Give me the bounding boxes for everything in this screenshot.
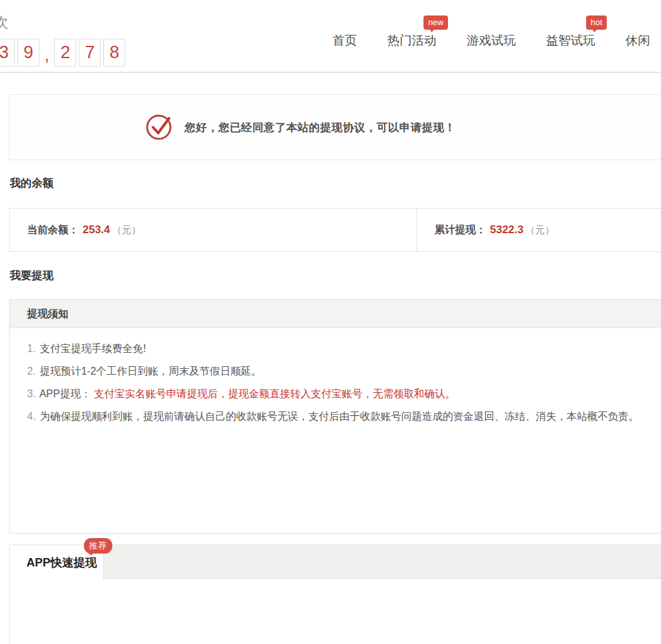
counter-display: 3 9 , 2 7 8 xyxy=(0,39,128,67)
rule-highlight: 支付宝实名账号申请提现后，提现金额直接转入支付宝账号，无需领取和确认。 xyxy=(94,388,455,399)
agreement-banner: 您好，您已经同意了本站的提现协议，可以申请提现！ xyxy=(9,94,661,160)
nav-item-home[interactable]: 首页 xyxy=(332,32,357,49)
withdraw-notice-panel: 提现须知 1. 支付宝提现手续费全免! 2. 提现预计1-2个工作日到账，周末及… xyxy=(9,299,661,534)
nav-item-leisure[interactable]: 休闲 xyxy=(625,32,650,49)
notice-panel-title: 提现须知 xyxy=(10,300,661,328)
hot-badge: hot xyxy=(586,16,607,30)
rule-item: 4. 为确保提现顺利到账，提现前请确认自己的收款账号无误，支付后由于收款账号问题… xyxy=(27,405,661,428)
page: 次 3 9 , 2 7 8 首页 热门活动 new 游戏试玩 益智试玩 hot … xyxy=(0,0,661,644)
nav-item-hot-activities[interactable]: 热门活动 new xyxy=(387,32,436,49)
total-withdrawn-label: 累计提现： xyxy=(434,223,486,237)
total-withdrawn-unit: （元） xyxy=(525,224,554,236)
current-balance-label: 当前余额： xyxy=(27,223,79,237)
balance-section-title: 我的余额 xyxy=(10,176,54,191)
clipped-counter-label: 次 xyxy=(0,13,8,32)
balance-table: 当前余额： 253.4 （元） 累计提现： 5322.3 （元） xyxy=(9,208,661,252)
main-nav: 首页 热门活动 new 游戏试玩 益智试玩 hot 休闲 xyxy=(332,32,661,49)
current-balance-unit: （元） xyxy=(112,224,141,236)
rule-item: 2. 提现预计1-2个工作日到账，周末及节假日顺延。 xyxy=(27,360,661,382)
counter-digit: 2 xyxy=(54,39,76,67)
recommended-badge: 推荐 xyxy=(84,538,112,554)
current-balance-cell: 当前余额： 253.4 （元） xyxy=(10,209,416,251)
total-withdrawn-value: 5322.3 xyxy=(490,223,524,236)
header-divider xyxy=(0,72,661,73)
total-withdrawn-cell: 累计提现： 5322.3 （元） xyxy=(416,209,661,251)
tab-strip-background xyxy=(104,545,661,579)
withdraw-method-panel: APP快速提现 推荐 xyxy=(9,545,661,644)
counter-digit: 7 xyxy=(79,39,101,67)
nav-item-game-trial[interactable]: 游戏试玩 xyxy=(467,32,516,49)
counter-digit: 8 xyxy=(103,39,125,67)
withdraw-section-title: 我要提现 xyxy=(10,268,54,283)
rule-item: 3. APP提现： 支付宝实名账号申请提现后，提现金额直接转入支付宝账号，无需领… xyxy=(27,382,661,405)
rule-item: 1. 支付宝提现手续费全免! xyxy=(27,337,661,360)
check-circle-icon xyxy=(145,110,174,144)
current-balance-value: 253.4 xyxy=(83,223,110,236)
tab-app-quick-withdraw[interactable]: APP快速提现 推荐 xyxy=(10,545,104,579)
nav-item-puzzle-trial[interactable]: 益智试玩 hot xyxy=(546,32,595,49)
agreement-message: 您好，您已经同意了本站的提现协议，可以申请提现！ xyxy=(185,120,456,135)
counter-digit: 9 xyxy=(17,39,39,67)
new-badge: new xyxy=(423,16,448,30)
counter-separator: , xyxy=(45,45,49,65)
withdraw-tabs: APP快速提现 推荐 xyxy=(10,545,661,579)
counter-digit: 3 xyxy=(0,39,15,67)
notice-rules-list: 1. 支付宝提现手续费全免! 2. 提现预计1-2个工作日到账，周末及节假日顺延… xyxy=(10,328,661,428)
